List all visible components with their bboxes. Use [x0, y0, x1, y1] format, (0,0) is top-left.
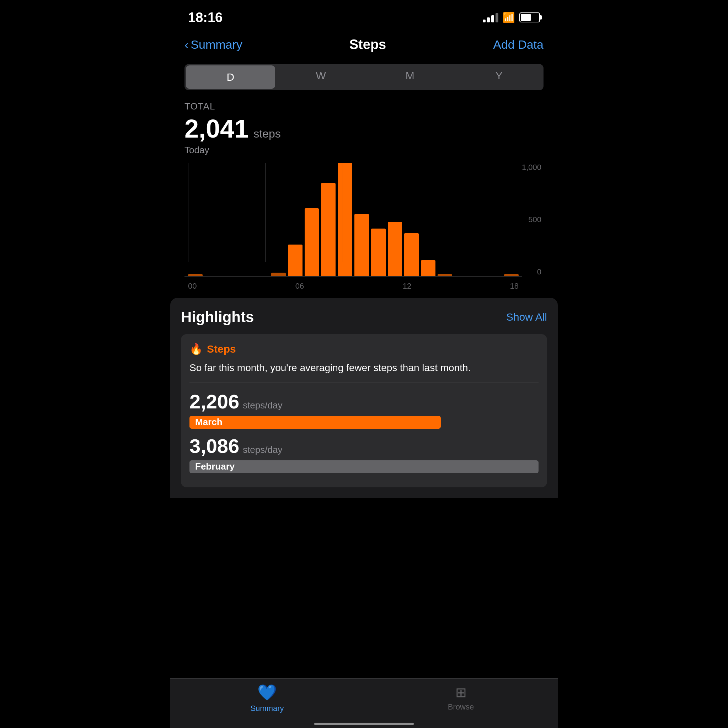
march-label: March	[195, 417, 223, 428]
nav-bar: ‹ Summary Steps Add Data	[170, 28, 558, 60]
status-time: 18:16	[188, 10, 223, 25]
bottom-nav-browse[interactable]: ⊞ Browse	[364, 679, 558, 717]
x-label-18: 18	[510, 281, 518, 291]
march-unit: steps/day	[243, 400, 282, 411]
march-bar: March	[190, 416, 441, 429]
browse-tab-label: Browse	[448, 702, 474, 712]
march-value: 2,206 steps/day	[190, 390, 538, 413]
grid-icon: ⊞	[455, 685, 467, 700]
chart-y-labels: 1,000 500 0	[522, 163, 543, 277]
chart-area	[185, 163, 522, 277]
page-title: Steps	[349, 37, 386, 52]
status-icons: 📶	[483, 12, 540, 23]
steps-card-header: 🔥 Steps	[190, 343, 538, 355]
chart-bar	[238, 276, 252, 276]
chart-bar	[388, 222, 402, 276]
heart-icon: 💙	[257, 683, 277, 702]
february-stat: 3,086 steps/day February	[190, 434, 538, 473]
chart-bar	[437, 274, 452, 276]
status-bar: 18:16 📶	[170, 0, 558, 28]
chart-bar	[471, 276, 486, 276]
highlights-section: Highlights Show All 🔥 Steps So far this …	[170, 298, 558, 498]
back-button[interactable]: ‹ Summary	[185, 38, 242, 52]
steps-chart: 1,000 500 0 00 06 12 18	[185, 163, 543, 291]
steps-card-label: Steps	[207, 343, 236, 355]
chart-bar	[404, 233, 419, 276]
chevron-left-icon: ‹	[185, 38, 188, 52]
chart-bar	[454, 276, 469, 276]
february-value: 3,086 steps/day	[190, 434, 538, 457]
bottom-nav-summary[interactable]: 💙 Summary	[170, 679, 364, 717]
period-tab-bar: D W M Y	[185, 64, 543, 90]
chart-bar	[254, 276, 269, 276]
x-label-00: 00	[188, 281, 197, 291]
chart-bar	[205, 276, 219, 276]
highlights-title: Highlights	[181, 309, 254, 326]
chart-bar	[487, 276, 502, 276]
battery-icon	[519, 12, 540, 22]
chart-x-labels: 00 06 12 18	[185, 281, 522, 291]
tab-d[interactable]: D	[186, 66, 275, 89]
show-all-button[interactable]: Show All	[506, 311, 547, 323]
chart-bars	[185, 163, 522, 276]
bottom-nav: 💙 Summary ⊞ Browse	[170, 678, 558, 728]
y-label-500: 500	[522, 215, 541, 224]
total-number: 2,041	[185, 114, 248, 143]
y-label-0: 0	[522, 267, 541, 277]
battery-fill	[521, 14, 531, 21]
february-label: February	[195, 461, 235, 472]
march-stat: 2,206 steps/day March	[190, 390, 538, 429]
highlights-header: Highlights Show All	[181, 309, 547, 326]
chart-bar	[321, 183, 336, 276]
add-data-button[interactable]: Add Data	[493, 38, 543, 52]
chart-bar	[304, 208, 319, 276]
february-unit: steps/day	[243, 444, 282, 455]
summary-tab-label: Summary	[250, 704, 284, 713]
steps-card: 🔥 Steps So far this month, you're averag…	[181, 334, 547, 487]
total-label: TOTAL	[185, 101, 543, 112]
chart-bar	[271, 273, 286, 276]
chart-bar	[421, 260, 436, 276]
steps-description: So far this month, you're averaging fewe…	[190, 361, 538, 383]
chart-bar	[188, 274, 203, 276]
february-number: 3,086	[190, 434, 239, 457]
chart-bar	[504, 274, 518, 276]
total-value: 2,041 steps	[185, 114, 543, 143]
tab-y[interactable]: Y	[455, 64, 544, 90]
total-unit: steps	[254, 127, 280, 141]
tab-w[interactable]: W	[277, 64, 366, 90]
march-number: 2,206	[190, 390, 239, 413]
chart-bar	[222, 276, 236, 276]
signal-icon	[483, 12, 499, 22]
phone-frame: 18:16 📶 ‹ Summary Steps Add Data D W M Y	[170, 0, 558, 728]
home-indicator	[314, 723, 414, 725]
tab-m[interactable]: M	[366, 64, 455, 90]
february-bar: February	[190, 460, 538, 473]
chart-bar	[338, 163, 352, 276]
fire-icon: 🔥	[190, 343, 203, 355]
chart-bar	[355, 214, 369, 276]
wifi-icon: 📶	[503, 12, 515, 23]
chart-bar	[371, 229, 386, 276]
total-section: TOTAL 2,041 steps Today	[170, 94, 558, 156]
x-label-12: 12	[403, 281, 411, 291]
total-date: Today	[185, 145, 543, 156]
chart-bar	[288, 245, 303, 276]
back-label: Summary	[191, 38, 242, 52]
x-label-06: 06	[295, 281, 304, 291]
y-label-1000: 1,000	[522, 163, 541, 172]
